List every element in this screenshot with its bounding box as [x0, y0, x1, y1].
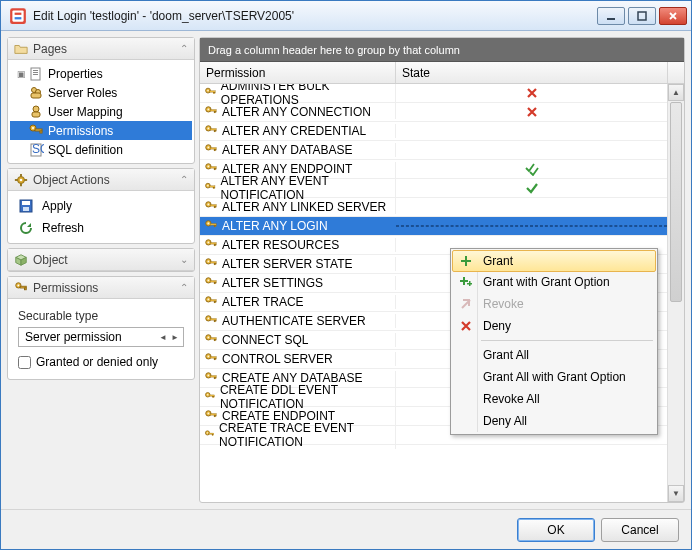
collapse-icon: ⌃: [180, 174, 188, 185]
svg-rect-108: [215, 358, 216, 359]
svg-rect-93: [215, 301, 216, 302]
object-panel-header[interactable]: Object ⌄: [8, 249, 194, 271]
svg-point-120: [208, 413, 210, 415]
svg-rect-123: [215, 415, 216, 416]
page-properties[interactable]: ▣Properties: [10, 64, 192, 83]
svg-rect-56: [210, 167, 216, 169]
securable-type-combo[interactable]: Server permission ◄ ►: [18, 327, 184, 347]
svg-rect-62: [213, 187, 214, 189]
collapse-icon: ⌃: [180, 43, 188, 54]
svg-rect-2: [15, 12, 22, 14]
minimize-button[interactable]: [597, 7, 625, 25]
cancel-button[interactable]: Cancel: [601, 518, 679, 542]
cube-icon: [14, 253, 28, 267]
permission-row[interactable]: ALTER ANY LINKED SERVER: [200, 198, 667, 217]
svg-rect-126: [209, 433, 214, 434]
menu-grant-all-with-option[interactable]: Grant All with Grant Option: [453, 366, 655, 388]
page-sql-definition[interactable]: SQLSQL definition: [10, 140, 192, 159]
svg-rect-112: [214, 377, 215, 379]
scroll-thumb[interactable]: [670, 102, 682, 302]
combo-prev-icon[interactable]: ◄: [157, 333, 169, 342]
permission-key-icon: [204, 219, 218, 233]
permission-row[interactable]: ALTER ANY EVENT NOTIFICATION: [200, 179, 667, 198]
svg-rect-52: [214, 149, 215, 151]
svg-rect-81: [210, 262, 216, 264]
titlebar[interactable]: Edit Login 'testlogin' - 'doom_server\TS…: [1, 1, 691, 31]
svg-rect-127: [212, 434, 213, 435]
maximize-button[interactable]: [628, 7, 656, 25]
svg-rect-73: [215, 225, 216, 226]
securable-type-label: Securable type: [10, 303, 192, 325]
svg-point-125: [207, 432, 208, 433]
scroll-up-button[interactable]: ▲: [668, 84, 684, 101]
object-panel: Object ⌄: [7, 248, 195, 272]
deny-state-icon: [525, 105, 539, 119]
vertical-scrollbar[interactable]: ▲ ▼: [667, 84, 684, 502]
permission-key-icon: [204, 105, 218, 119]
permission-row[interactable]: ALTER ANY CONNECTION: [200, 103, 667, 122]
permission-row[interactable]: ALTER ANY LOGIN: [200, 217, 667, 236]
object-actions-header[interactable]: Object Actions ⌃: [8, 169, 194, 191]
save-icon: [18, 198, 34, 214]
page-icon: [28, 123, 44, 139]
svg-point-40: [208, 109, 210, 111]
apply-action[interactable]: Apply: [10, 195, 192, 217]
col-permission[interactable]: Permission: [200, 62, 396, 83]
menu-revoke-all[interactable]: Revoke All: [453, 388, 655, 410]
svg-rect-106: [210, 357, 216, 359]
svg-rect-5: [638, 12, 646, 20]
page-icon: [28, 85, 44, 101]
permission-key-icon: [204, 295, 218, 309]
dialog-footer: OK Cancel: [1, 509, 691, 549]
svg-rect-103: [215, 339, 216, 340]
svg-point-75: [208, 242, 210, 244]
svg-rect-82: [214, 263, 215, 265]
menu-grant[interactable]: Grant: [452, 250, 656, 272]
svg-point-85: [208, 280, 210, 282]
permission-row[interactable]: ALTER ANY DATABASE: [200, 141, 667, 160]
ok-button[interactable]: OK: [517, 518, 595, 542]
page-user-mapping[interactable]: User Mapping: [10, 102, 192, 121]
combo-next-icon[interactable]: ►: [169, 333, 181, 342]
refresh-action[interactable]: Refresh: [10, 217, 192, 239]
svg-text:SQL: SQL: [32, 142, 44, 156]
scroll-down-button[interactable]: ▼: [668, 485, 684, 502]
granted-only-checkbox[interactable]: Granted or denied only: [10, 349, 192, 375]
permission-key-icon: [204, 124, 218, 138]
menu-deny-all[interactable]: Deny All: [453, 410, 655, 432]
svg-rect-122: [214, 415, 215, 417]
svg-rect-43: [215, 111, 216, 112]
menu-grant-all[interactable]: Grant All: [453, 344, 655, 366]
close-button[interactable]: [659, 7, 687, 25]
grant-icon: [459, 254, 473, 268]
pages-panel-header[interactable]: Pages ⌃: [8, 38, 194, 60]
svg-point-22: [20, 178, 23, 181]
page-permissions[interactable]: Permissions: [10, 121, 192, 140]
svg-point-95: [208, 318, 210, 320]
column-header-row: Permission State: [200, 62, 684, 84]
window-title: Edit Login 'testlogin' - 'doom_server\TS…: [33, 9, 594, 23]
svg-point-90: [208, 299, 210, 301]
permissions-panel-header[interactable]: Permissions ⌃: [8, 277, 194, 299]
permission-row[interactable]: ALTER ANY CREDENTIAL: [200, 122, 667, 141]
menu-grant-with-option[interactable]: Grant with Grant Option: [453, 271, 655, 293]
folder-icon: [14, 42, 28, 56]
svg-point-115: [207, 394, 208, 395]
svg-rect-97: [214, 320, 215, 322]
svg-rect-78: [215, 244, 216, 245]
svg-point-35: [207, 90, 209, 92]
permission-row[interactable]: ADMINISTER BULK OPERATIONS: [200, 84, 667, 103]
gear-icon: [14, 173, 28, 187]
permission-key-icon: [204, 314, 218, 328]
svg-rect-58: [215, 168, 216, 169]
page-server-roles[interactable]: Server Roles: [10, 83, 192, 102]
col-state[interactable]: State: [396, 62, 667, 83]
svg-rect-68: [215, 206, 216, 207]
svg-rect-98: [215, 320, 216, 321]
permission-key-icon: [204, 352, 218, 366]
menu-deny[interactable]: Deny: [453, 315, 655, 337]
svg-point-31: [18, 284, 20, 286]
group-by-bar[interactable]: Drag a column header here to group by th…: [200, 38, 684, 62]
svg-rect-118: [214, 396, 215, 397]
permission-key-icon: [204, 390, 216, 404]
